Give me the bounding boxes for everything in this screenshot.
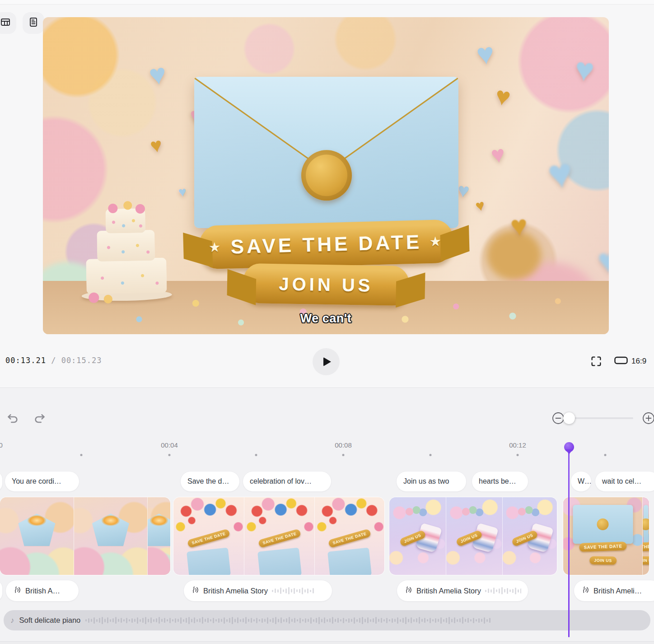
caption-chip-label: wait to cel… bbox=[602, 477, 641, 485]
document-icon bbox=[28, 17, 39, 29]
waveform-bar bbox=[294, 588, 295, 594]
playhead-line bbox=[568, 443, 570, 637]
current-time: 00:13.21 bbox=[5, 356, 46, 365]
voiceover-chip[interactable]: British A… bbox=[5, 580, 79, 602]
voiceover-chip[interactable]: British Amelia Story bbox=[397, 580, 528, 602]
waveform-bar bbox=[310, 590, 311, 592]
playhead-handle[interactable] bbox=[564, 442, 574, 455]
waveform-bar bbox=[313, 588, 314, 593]
undo-button[interactable] bbox=[5, 411, 20, 426]
waveform-bar bbox=[402, 618, 404, 623]
caption-chip[interactable]: hearts be… bbox=[472, 471, 528, 492]
video-clip[interactable]: JOIN USJOIN USJOIN US bbox=[389, 497, 557, 575]
waveform-bar bbox=[408, 619, 409, 622]
video-thumbnail: SAVE THE DATE bbox=[244, 497, 314, 575]
play-button[interactable] bbox=[313, 348, 340, 375]
envelope bbox=[194, 77, 458, 228]
total-time: 00:15.23 bbox=[61, 356, 102, 365]
waveform-bar bbox=[305, 618, 306, 623]
waveform-bar bbox=[207, 618, 209, 623]
waveform-bar bbox=[234, 619, 236, 622]
waveform-bar bbox=[324, 617, 325, 623]
waveform-bar bbox=[364, 619, 366, 622]
zoom-in-button[interactable] bbox=[642, 411, 654, 425]
caption-chip[interactable]: You are cordi… bbox=[5, 471, 79, 492]
waveform-bar bbox=[304, 589, 306, 593]
waveform-bar bbox=[515, 588, 516, 594]
voice-icon bbox=[581, 586, 589, 596]
video-thumbnail bbox=[0, 497, 74, 575]
aspect-ratio-button[interactable]: 16:9 bbox=[614, 355, 646, 368]
heart-balloon bbox=[545, 151, 575, 196]
ribbon-label: SAVE THE DATE bbox=[257, 528, 301, 548]
ruler-time-label: 00:08 bbox=[335, 441, 352, 449]
video-clip[interactable] bbox=[0, 497, 170, 575]
waveform-bar bbox=[427, 619, 428, 621]
waveform-bar bbox=[172, 619, 173, 621]
waveform-bar bbox=[302, 619, 304, 621]
waveform-bar bbox=[343, 618, 344, 623]
caption-chip[interactable]: Save the d… bbox=[180, 471, 240, 492]
ruler-tick-dot bbox=[517, 454, 519, 456]
video-clip[interactable]: SAVE THE DATEJOIN USSAVE THE DATEJOIN US bbox=[563, 497, 649, 575]
timeline-zoom-slider[interactable] bbox=[570, 417, 633, 419]
waveform-bar bbox=[297, 619, 298, 621]
video-thumbnail bbox=[74, 497, 147, 575]
heart-balloon bbox=[147, 59, 168, 90]
caption-chip[interactable]: Join us as two bbox=[396, 471, 467, 492]
caption-chip[interactable]: W… bbox=[570, 471, 592, 492]
video-clip[interactable]: SAVE THE DATESAVE THE DATESAVE THE DATE bbox=[173, 497, 384, 575]
timeline-zoom-thumb[interactable] bbox=[563, 412, 575, 424]
voiceover-chip[interactable]: British Amelia Story bbox=[183, 580, 332, 602]
waveform-bar bbox=[424, 618, 425, 623]
banner-save-the-date: ★ SAVE THE DATE ★ bbox=[198, 219, 454, 270]
redo-button[interactable] bbox=[33, 411, 47, 426]
waveform-bar bbox=[280, 617, 282, 623]
waveform-bar bbox=[473, 618, 474, 623]
timecode: 00:13.21 / 00:15.23 bbox=[5, 356, 102, 365]
waveform-bar bbox=[438, 619, 439, 622]
waveform-bar bbox=[459, 618, 461, 622]
waveform-bar bbox=[359, 618, 360, 623]
video-thumbnail: SAVE THE DATEJOIN US bbox=[563, 497, 642, 575]
waveform-bar bbox=[392, 618, 393, 623]
voiceover-chip[interactable]: British Ameli… bbox=[574, 580, 654, 602]
caption-chip-label: Join us as two bbox=[403, 477, 449, 485]
caption-chip[interactable]: celebration of lov… bbox=[243, 471, 332, 492]
waveform-bar bbox=[354, 617, 355, 624]
banner-join-us: JOIN US bbox=[242, 263, 410, 306]
waveform-bar bbox=[308, 619, 309, 622]
video-thumbnail bbox=[147, 497, 170, 575]
caption-chip[interactable]: wait to cel… bbox=[595, 471, 654, 492]
waveform-bar bbox=[202, 617, 203, 624]
waveform-bar bbox=[107, 617, 108, 623]
waveform-bar bbox=[142, 618, 144, 623]
waveform-bar bbox=[478, 618, 480, 623]
aspect-ratio-icon bbox=[614, 356, 628, 367]
waveform-bar bbox=[383, 619, 385, 621]
ruler-tick-dot bbox=[342, 454, 345, 456]
waveform-bar bbox=[413, 619, 415, 622]
waveform-bar bbox=[213, 618, 214, 623]
waveform-bar bbox=[285, 588, 287, 593]
waveform-bar bbox=[275, 588, 276, 593]
media-table-view-button[interactable] bbox=[0, 12, 16, 34]
star-icon: ★ bbox=[430, 234, 444, 249]
waveform-bar bbox=[316, 618, 317, 623]
voiceover-chip[interactable] bbox=[0, 580, 3, 602]
waveform-bar bbox=[484, 617, 485, 624]
waveform-bar bbox=[156, 618, 157, 622]
waveform-bar bbox=[362, 617, 363, 624]
music-clip[interactable]: ♪ Soft delicate piano bbox=[4, 610, 650, 630]
waveform-bar bbox=[210, 619, 211, 621]
waveform-bar bbox=[440, 617, 442, 624]
balloons-thumb bbox=[461, 505, 484, 518]
waveform-bar bbox=[499, 588, 500, 593]
script-view-button[interactable] bbox=[23, 12, 44, 34]
video-preview-canvas[interactable]: ★ SAVE THE DATE ★ JOIN US We can't bbox=[43, 17, 609, 334]
waveform-bar bbox=[454, 617, 455, 623]
voice-icon bbox=[13, 586, 21, 596]
fullscreen-button[interactable] bbox=[590, 355, 603, 368]
waveform-bar bbox=[221, 619, 222, 622]
caption-chip[interactable] bbox=[0, 471, 3, 492]
